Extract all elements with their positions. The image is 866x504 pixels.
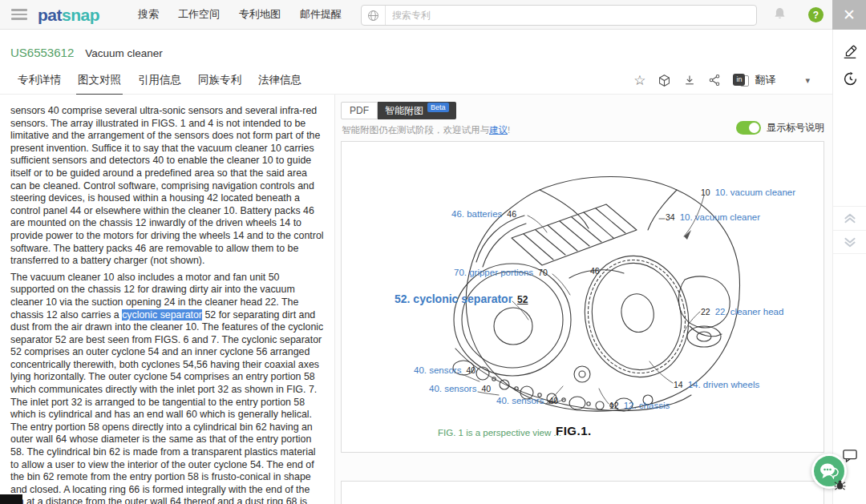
main-nav: 搜索 工作空间 专利地图 邮件提醒: [138, 7, 342, 22]
detail-tabs-row: 专利详情 图文对照 引用信息 同族专利 法律信息 ☆: [0, 68, 832, 95]
figure-annotation[interactable]: 1212. chassis: [609, 401, 670, 410]
figure-annotation[interactable]: 40. sensors40: [414, 365, 475, 375]
tab-legal[interactable]: 法律信息: [257, 71, 303, 96]
chevron-down-icon[interactable]: ▾: [805, 75, 810, 86]
corner-bar: [0, 494, 22, 504]
bug-report-icon[interactable]: [834, 479, 846, 494]
translate-icon: in: [733, 74, 751, 87]
translate-button[interactable]: in 翻译: [733, 73, 775, 87]
patent-number[interactable]: US6553612: [10, 46, 74, 59]
nav-item-mail-alert[interactable]: 邮件提醒: [300, 7, 342, 22]
tab-patent-details[interactable]: 专利详情: [16, 71, 63, 96]
collection-box-icon[interactable]: [658, 74, 671, 87]
search-input[interactable]: [386, 10, 756, 21]
panel-scroll-controls: [833, 206, 866, 254]
figure-canvas: FIG. 1 is a perspective view ... FIG.1. …: [342, 142, 824, 452]
figure-panel: PDF 智能附图 Beta 智能附图仍在测试阶段，欢迎试用与建议! 显示标号说明: [335, 95, 832, 504]
history-icon[interactable]: [833, 71, 866, 87]
figure-description: FIG. 1 is a perspective view ...: [438, 428, 561, 437]
figure-annotation[interactable]: 52. cyclonic separator52: [395, 292, 528, 305]
figure-annotation[interactable]: 40. sensors40: [496, 396, 558, 405]
patent-header: US6553612 Vacuum cleaner: [0, 30, 832, 68]
figure-view-tabs: PDF 智能附图 Beta: [341, 102, 456, 119]
scroll-bottom-icon[interactable]: [833, 230, 866, 254]
figure-annotation[interactable]: 1414. driven wheels: [674, 380, 759, 389]
patent-title: Vacuum cleaner: [85, 47, 163, 59]
patent-toolbar: ☆ in 翻: [633, 73, 810, 87]
tab-family[interactable]: 同族专利: [196, 71, 243, 96]
figure-number-label: FIG.1.: [556, 424, 592, 437]
globe-icon[interactable]: [362, 6, 386, 25]
figure-annotation[interactable]: 3410. vacuum cleaner: [666, 212, 760, 222]
highlighter-icon[interactable]: [833, 44, 866, 60]
next-figure-viewer[interactable]: [341, 481, 824, 504]
patsnap-patent-viewer: patsnap 搜索 工作空间 专利地图 邮件提醒 ? ✕ US655: [0, 0, 866, 504]
close-icon[interactable]: ✕: [832, 0, 866, 30]
smart-figure-button[interactable]: 智能附图 Beta: [378, 102, 456, 119]
share-icon[interactable]: [708, 74, 721, 87]
label-toggle-row: 显示标号说明: [736, 121, 824, 135]
figure-viewer[interactable]: FIG. 1 is a perspective view ... FIG.1. …: [341, 141, 824, 453]
toggle-label: 显示标号说明: [767, 121, 824, 135]
highlighted-term: cyclonic separator: [122, 309, 202, 321]
figure-annotation[interactable]: 2222. cleaner head: [701, 307, 783, 317]
figure-annotation[interactable]: 1010. vacuum cleaner: [701, 187, 795, 197]
patent-paragraph: sensors 40 comprise several ultra-sonic …: [10, 105, 324, 268]
description-text-panel[interactable]: sensors 40 comprise several ultra-sonic …: [0, 95, 335, 504]
right-sidebar: [832, 30, 866, 504]
beta-badge: Beta: [427, 103, 449, 112]
hamburger-menu-icon[interactable]: [11, 9, 27, 20]
beta-notice: 智能附图仍在测试阶段，欢迎试用与建议!: [342, 124, 510, 136]
feedback-link[interactable]: 建议: [489, 125, 508, 135]
nav-item-workspace[interactable]: 工作空间: [178, 7, 220, 22]
pdf-view-button[interactable]: PDF: [341, 102, 378, 119]
tab-image-text-compare[interactable]: 图文对照: [76, 71, 123, 96]
download-icon[interactable]: [683, 74, 696, 87]
figure-annotation[interactable]: 70. gripper portions70: [454, 268, 548, 277]
notifications-bell-icon[interactable]: [772, 6, 787, 25]
help-icon[interactable]: ?: [808, 7, 824, 22]
top-navbar: patsnap 搜索 工作空间 专利地图 邮件提醒 ? ✕: [0, 0, 866, 30]
favorite-star-icon[interactable]: ☆: [633, 74, 645, 87]
figure-annotation[interactable]: 46. batteries46: [451, 209, 516, 219]
patent-paragraph: The vacuum cleaner 10 also includes a mo…: [10, 272, 324, 504]
figure-annotation[interactable]: 40. sensors40: [429, 384, 491, 393]
patent-text: sensors 40 comprise several ultra-sonic …: [0, 95, 334, 504]
show-labels-toggle[interactable]: [736, 121, 761, 135]
patent-search-box: [361, 5, 757, 26]
scroll-top-icon[interactable]: [833, 206, 866, 230]
figure-annotation[interactable]: 46: [590, 266, 600, 276]
tab-citations[interactable]: 引用信息: [136, 71, 183, 96]
nav-item-patent-map[interactable]: 专利地图: [239, 7, 281, 22]
patsnap-logo[interactable]: patsnap: [38, 6, 99, 23]
main-content: sensors 40 comprise several ultra-sonic …: [0, 95, 832, 504]
nav-item-search[interactable]: 搜索: [138, 7, 159, 22]
